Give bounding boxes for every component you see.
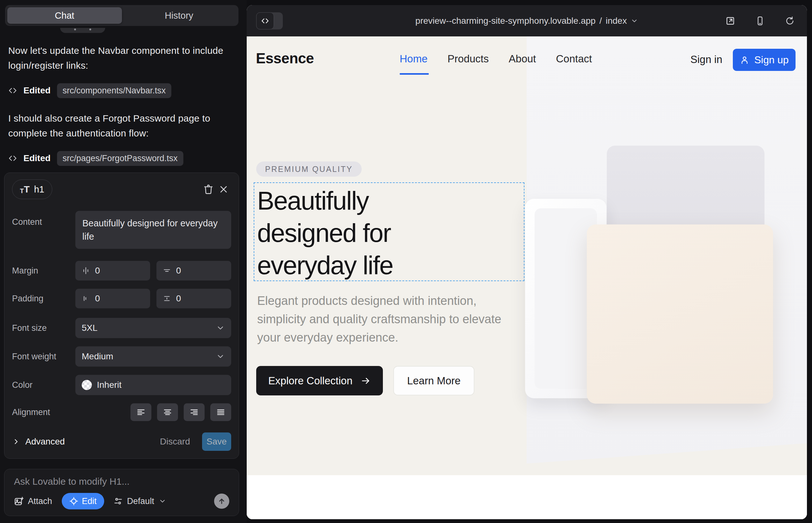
align-justify-icon [216,408,226,417]
save-button[interactable]: Save [202,432,231,451]
attach-label: Attach [28,497,52,506]
model-default-button[interactable]: Default [114,497,166,506]
tab-chat[interactable]: Chat [7,7,122,24]
preview-actions [723,13,797,29]
close-icon [219,184,228,194]
padding-label: Padding [12,294,75,304]
open-external-button[interactable] [723,13,738,29]
decor-card-beige [587,224,773,404]
chevron-down-icon [216,352,225,361]
nav-link-products[interactable]: Products [447,53,489,65]
send-button[interactable] [214,493,229,509]
sign-up-label: Sign up [754,54,789,66]
preview-panel: preview--charming-site-symphony.lovable.… [247,5,807,519]
margin-label: Margin [12,266,75,276]
align-left-button[interactable] [130,403,152,421]
selected-element-tag[interactable]: TT h1 [12,180,52,199]
lovable-app: Chat History Now let's update the Navbar… [0,0,812,523]
composer-input[interactable]: Ask Lovable to modify H1... [14,476,229,487]
preview-topbar: preview--charming-site-symphony.lovable.… [247,5,807,36]
align-center-button[interactable] [157,403,178,421]
content-label: Content [12,217,75,227]
nav-link-about[interactable]: About [509,53,536,65]
font-size-select[interactable]: 5XL [75,318,231,338]
align-right-button[interactable] [184,403,205,421]
align-center-icon [163,408,172,417]
hero-heading-line: Beautifully [257,184,393,217]
margin-row: Margin 0 0 [12,261,231,281]
file-chip[interactable]: src/pages/ForgotPassword.tsx [57,151,183,166]
align-right-icon [189,408,199,417]
color-label: Color [12,380,75,390]
hero-heading[interactable]: Beautifully designed for everyday life [257,184,393,282]
align-justify-button[interactable] [210,403,231,421]
explore-collection-label: Explore Collection [268,375,352,387]
sign-up-button[interactable]: Sign up [733,49,796,71]
edit-label: Edit [82,497,97,506]
font-size-value: 5XL [82,323,98,333]
nav-link-contact[interactable]: Contact [556,53,592,65]
content-input-value: Beautifully designed for everyday life [82,217,222,243]
site-canvas: Essence Home Products About Contact Sign… [247,36,807,519]
align-left-icon [136,408,146,417]
trash-icon [203,184,213,194]
refresh-button[interactable] [782,13,797,29]
font-size-row: Font size 5XL [12,318,231,338]
font-weight-label: Font weight [12,352,75,362]
alignment-label: Alignment [12,408,75,417]
chevron-right-icon [12,437,20,446]
color-swatch [82,380,92,390]
padding-y-value: 0 [176,293,181,304]
advanced-toggle[interactable]: Advanced [12,437,65,447]
premium-quality-badge: PREMIUM QUALITY [256,161,362,177]
mobile-view-button[interactable] [753,13,768,29]
margin-y-input[interactable]: 0 [156,261,231,281]
url-separator: / [600,16,602,26]
url-page: index [605,16,627,26]
padding-x-value: 0 [95,293,100,304]
element-editor-panel: TT h1 Content Beautifully designed [4,173,239,459]
learn-more-button[interactable]: Learn More [393,366,474,395]
external-link-icon [725,16,735,26]
edit-mode-button[interactable]: Edit [62,493,105,509]
color-select[interactable]: Inherit [75,375,231,395]
chevron-down-icon [159,497,166,505]
sign-in-link[interactable]: Sign in [690,54,722,66]
code-preview-toggle[interactable] [256,12,283,30]
alignment-row: Alignment [12,403,231,421]
discard-button[interactable]: Discard [160,437,190,447]
preview-url[interactable]: preview--charming-site-symphony.lovable.… [416,5,638,36]
chat-sidebar: Chat History Now let's update the Navbar… [0,0,247,523]
user-icon [740,55,749,65]
font-weight-row: Font weight Medium [12,346,231,366]
url-host: preview--charming-site-symphony.lovable.… [416,16,596,26]
chevron-down-icon [216,324,225,332]
margin-x-input[interactable]: 0 [75,261,150,281]
close-editor-button[interactable] [216,182,231,197]
padding-horizontal-icon [82,294,90,303]
font-weight-select[interactable]: Medium [75,346,231,366]
edited-file-row: Edited src/pages/ForgotPassword.tsx [8,151,234,166]
padding-y-input[interactable]: 0 [156,289,231,308]
file-chip[interactable]: src/components/Navbar.tsx [57,83,172,98]
content-input[interactable]: Beautifully designed for everyday life [75,211,231,249]
refresh-icon [785,16,795,26]
hero-description: Elegant products designed with intention… [257,292,514,347]
chat-composer[interactable]: Ask Lovable to modify H1... Attach Edit [4,469,239,516]
edited-file-row: Edited src/components/Navbar.tsx [8,83,234,98]
explore-collection-button[interactable]: Explore Collection [256,366,383,395]
margin-x-value: 0 [95,266,100,276]
tab-history[interactable]: History [122,7,236,24]
site-navbar: Essence Home Products About Contact Sign… [247,36,807,81]
site-logo[interactable]: Essence [256,50,314,67]
nav-link-home[interactable]: Home [400,53,427,65]
delete-element-button[interactable] [201,182,216,197]
locate-icon [69,497,78,506]
code-icon [8,86,17,95]
edited-label: Edited [23,86,51,96]
hero-heading-line: designed for [257,217,393,249]
font-size-label: Font size [12,323,75,333]
padding-x-input[interactable]: 0 [75,289,150,308]
margin-vertical-icon [163,267,171,275]
attach-button[interactable]: Attach [14,497,52,506]
